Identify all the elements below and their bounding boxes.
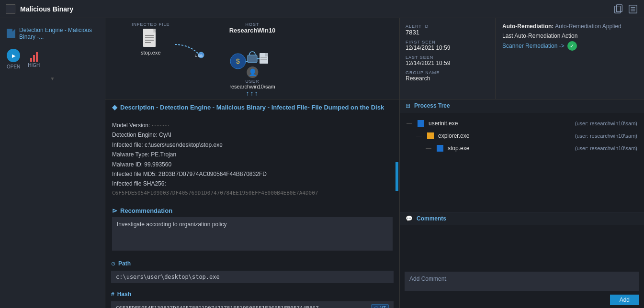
last-seen-label: LAST SEEN [406, 55, 489, 60]
scanner-link-text: Scanner Remediation -> [502, 43, 565, 49]
win-icon-blue-1 [418, 120, 424, 127]
svg-rect-17 [248, 55, 257, 63]
tree-item-stop: — stop.exe (user: researchwin10\sam) [407, 142, 637, 154]
explorer-icon [427, 132, 434, 140]
recommendation-title-text: Recommendation [120, 207, 172, 214]
last-auto-label: Last Auto-Remediation Action [502, 33, 637, 39]
copy-icon[interactable] [613, 4, 624, 14]
recommendation-content: Investigate according to organization po… [112, 217, 393, 251]
detection-engine-value: CyAI [159, 132, 171, 138]
description-title-text: Description - Detection Engine - Malicio… [120, 104, 384, 111]
win-icon-blue-2 [437, 145, 443, 152]
comment-footer: Add [400, 293, 644, 308]
right-panel: ⊞ Process Tree — userinit.exe (user: res… [400, 99, 644, 308]
explorer-name: explorer.exe [438, 132, 469, 139]
desc-icon: ◆ [112, 103, 117, 111]
rec-icon: ⊳ [112, 207, 117, 214]
main-layout: Detection Engine - Malicious Binary -...… [0, 18, 644, 308]
connector-svg: USB [175, 40, 213, 59]
play-icon [7, 49, 20, 62]
hash-value-text: C6F3FDE5054F139837DF405788D1D07473781EE1… [116, 305, 319, 308]
md5-label: Infected file MD5: [112, 171, 157, 177]
last-seen-row: LAST SEEN 12/14/2021 10:59 [406, 55, 489, 66]
top-section: INFECTED FILE [105, 18, 644, 99]
comment-input[interactable]: Add Comment. [405, 272, 639, 291]
comments-title: Comments [417, 215, 446, 222]
model-version-label: Model Version: [112, 122, 150, 129]
malware-id-label: Malware ID: [112, 161, 143, 168]
header-checkbox[interactable] [6, 4, 15, 14]
userinit-user: (user: researchwin10\sam) [565, 121, 637, 126]
hash-section-title: Hash [117, 291, 131, 297]
open-button[interactable]: OPEN [7, 49, 20, 69]
malware-type-label: Malware Type: [112, 151, 149, 158]
description-section: ◆ Description - Detection Engine - Malic… [105, 99, 399, 202]
sha256-label: Infected file SHA256: [112, 180, 166, 187]
infected-file-label: INFECTED FILE [132, 22, 170, 27]
first-seen-value: 12/14/2021 10:59 [406, 44, 489, 51]
process-tree-content: — userinit.exe (user: researchwin10\sam)… [400, 112, 644, 159]
description-title: ◆ Description - Detection Engine - Malic… [112, 103, 393, 111]
comments-body [400, 225, 644, 270]
expand-arrow[interactable]: ▼ [0, 74, 105, 83]
process-tree-header: ⊞ Process Tree [400, 99, 644, 112]
high-severity: HIGH [28, 50, 40, 68]
auto-rem-status: Auto-Remediation Applied [555, 23, 621, 30]
top-header: Malicious Binary [0, 0, 644, 18]
arrows-up-icon: ↑↑↑ [229, 89, 275, 97]
page-title: Malicious Binary [20, 5, 73, 13]
middle-visual: INFECTED FILE [105, 18, 400, 99]
infected-file-row: Infected file: c:\users\user\desktop\sto… [112, 140, 393, 150]
malware-id-value: 99.993560 [144, 161, 171, 168]
malware-type-row: Malware Type: PE.Trojan [112, 150, 393, 159]
left-content-panel: ◆ Description - Detection Engine - Malic… [105, 99, 400, 308]
sidebar-actions: OPEN HIGH [0, 44, 105, 74]
svg-text:USB: USB [195, 54, 203, 58]
group-name-value: Research [406, 75, 489, 82]
sha256-value-row: C6F5FDE5054F1090037DF405769D1D07470784EE… [112, 189, 393, 198]
tree-dash-3: — [426, 145, 431, 152]
severity-label: HIGH [28, 63, 40, 68]
alert-id-row: ALERT ID 7831 [406, 24, 489, 36]
auto-rem-label: Auto-Remediation: [502, 23, 554, 30]
list-icon[interactable] [628, 4, 638, 14]
sidebar-nav-item[interactable]: Detection Engine - Malicious Binary -... [0, 23, 105, 44]
vt-badge[interactable]: VT [371, 304, 389, 308]
add-comment-button[interactable]: Add [610, 295, 639, 305]
user-label: USER [229, 79, 275, 84]
user-icon: 👤 [247, 66, 258, 78]
userinit-name: userinit.exe [429, 120, 458, 127]
stop-icon [436, 144, 444, 152]
detection-engine-label: Detection Engine: [112, 132, 158, 138]
sha256-row: Infected file SHA256: [112, 179, 393, 188]
vt-icon [374, 306, 379, 308]
tree-item-explorer: — explorer.exe (user: researchwin10\sam) [407, 130, 637, 142]
process-tree-header-icon: ⊞ [406, 102, 410, 109]
first-seen-row: FIRST SEEN 12/14/2021 10:59 [406, 40, 489, 51]
user-name: researchwin10\sam [229, 84, 275, 89]
comments-section: 💬 Comments Add Comment. Add [400, 212, 644, 308]
hash-value-row: C6F3FDE5054F139837DF405788D1D07473781EE1… [111, 301, 394, 308]
infected-file-desc-label: Infected file: [112, 142, 143, 148]
infected-file-name: stop.exe [132, 50, 170, 55]
desc-header-area: ◆ Description - Detection Engine - Malic… [105, 99, 399, 116]
scanner-link[interactable]: Scanner Remediation -> ✓ [502, 41, 637, 51]
md5-value: 2B03B7D07974AC090564F44B870832FD [158, 171, 267, 177]
group-name-label: GROUP NAME [406, 70, 489, 75]
recommendation-title: ⊳ Recommendation [112, 207, 393, 214]
comments-header-icon: 💬 [406, 215, 413, 222]
userinit-icon [417, 120, 425, 127]
stop-user: (user: researchwin10\sam) [565, 145, 637, 151]
path-value: c:\users\user\desktop\stop.exe [111, 271, 394, 283]
content-area: ◆ Description - Detection Engine - Malic… [105, 99, 644, 308]
header-icons [613, 4, 638, 14]
svg-marker-19 [265, 53, 268, 56]
host-name: ResearchWin10 [229, 27, 276, 34]
process-tree-title: Process Tree [414, 102, 450, 109]
visual-canvas: INFECTED FILE [105, 18, 399, 99]
last-seen-value: 12/14/2021 10:59 [406, 60, 489, 66]
stop-name: stop.exe [448, 145, 469, 152]
process-tree-section: ⊞ Process Tree — userinit.exe (user: res… [400, 99, 644, 212]
scroll-indicator[interactable] [395, 162, 398, 191]
left-sidebar: Detection Engine - Malicious Binary -...… [0, 18, 105, 308]
